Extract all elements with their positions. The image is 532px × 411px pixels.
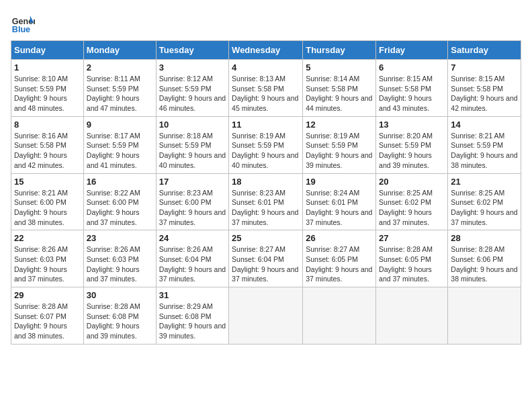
weekday-header-sunday: Sunday bbox=[11, 41, 84, 60]
calendar-day-8: 8 Sunrise: 8:16 AM Sunset: 5:58 PM Dayli… bbox=[11, 116, 84, 173]
calendar-empty-cell bbox=[303, 287, 376, 345]
day-number: 20 bbox=[379, 177, 445, 187]
day-number: 8 bbox=[14, 120, 81, 130]
day-number: 3 bbox=[159, 62, 226, 73]
day-info: Sunrise: 8:19 AM Sunset: 5:59 PM Dayligh… bbox=[306, 131, 373, 171]
day-number: 12 bbox=[306, 120, 373, 130]
day-number: 22 bbox=[14, 233, 81, 243]
calendar-day-26: 26 Sunrise: 8:27 AM Sunset: 6:05 PM Dayl… bbox=[303, 230, 376, 287]
day-info: Sunrise: 8:23 AM Sunset: 6:01 PM Dayligh… bbox=[232, 188, 300, 228]
calendar-day-14: 14 Sunrise: 8:21 AM Sunset: 5:59 PM Dayl… bbox=[448, 116, 521, 173]
day-info: Sunrise: 8:17 AM Sunset: 5:59 PM Dayligh… bbox=[87, 131, 153, 171]
calendar-empty-cell bbox=[376, 287, 448, 345]
day-info: Sunrise: 8:15 AM Sunset: 5:58 PM Dayligh… bbox=[379, 74, 445, 113]
day-info: Sunrise: 8:29 AM Sunset: 6:08 PM Dayligh… bbox=[159, 302, 226, 341]
day-info: Sunrise: 8:28 AM Sunset: 6:06 PM Dayligh… bbox=[451, 244, 518, 284]
day-number: 4 bbox=[232, 62, 300, 73]
day-info: Sunrise: 8:22 AM Sunset: 6:00 PM Dayligh… bbox=[87, 188, 153, 228]
calendar-day-20: 20 Sunrise: 8:25 AM Sunset: 6:02 PM Dayl… bbox=[376, 173, 448, 230]
weekday-header-friday: Friday bbox=[376, 41, 448, 60]
day-info: Sunrise: 8:26 AM Sunset: 6:03 PM Dayligh… bbox=[87, 244, 153, 284]
calendar-empty-cell bbox=[448, 287, 521, 345]
calendar-day-23: 23 Sunrise: 8:26 AM Sunset: 6:03 PM Dayl… bbox=[83, 230, 156, 287]
calendar-day-4: 4 Sunrise: 8:13 AM Sunset: 5:58 PM Dayli… bbox=[229, 60, 303, 117]
calendar-day-10: 10 Sunrise: 8:18 AM Sunset: 5:59 PM Dayl… bbox=[156, 116, 228, 173]
day-number: 23 bbox=[87, 233, 153, 243]
day-info: Sunrise: 8:21 AM Sunset: 6:00 PM Dayligh… bbox=[14, 188, 81, 228]
day-number: 2 bbox=[87, 62, 153, 73]
day-number: 28 bbox=[451, 233, 518, 243]
day-number: 17 bbox=[159, 177, 226, 187]
calendar-day-24: 24 Sunrise: 8:26 AM Sunset: 6:04 PM Dayl… bbox=[156, 230, 228, 287]
calendar-day-21: 21 Sunrise: 8:25 AM Sunset: 6:02 PM Dayl… bbox=[448, 173, 521, 230]
logo: General Blue bbox=[11, 11, 38, 35]
calendar-day-16: 16 Sunrise: 8:22 AM Sunset: 6:00 PM Dayl… bbox=[83, 173, 156, 230]
weekday-header-wednesday: Wednesday bbox=[229, 41, 303, 60]
day-number: 25 bbox=[232, 233, 300, 243]
calendar-day-6: 6 Sunrise: 8:15 AM Sunset: 5:58 PM Dayli… bbox=[376, 60, 448, 117]
day-info: Sunrise: 8:13 AM Sunset: 5:58 PM Dayligh… bbox=[232, 74, 300, 113]
weekday-header-tuesday: Tuesday bbox=[156, 41, 228, 60]
day-number: 26 bbox=[306, 233, 373, 243]
day-number: 19 bbox=[306, 177, 373, 187]
calendar-week-2: 8 Sunrise: 8:16 AM Sunset: 5:58 PM Dayli… bbox=[11, 116, 521, 173]
day-number: 10 bbox=[159, 120, 226, 130]
calendar-day-9: 9 Sunrise: 8:17 AM Sunset: 5:59 PM Dayli… bbox=[83, 116, 156, 173]
day-number: 1 bbox=[14, 62, 81, 73]
calendar-week-3: 15 Sunrise: 8:21 AM Sunset: 6:00 PM Dayl… bbox=[11, 173, 521, 230]
day-info: Sunrise: 8:24 AM Sunset: 6:01 PM Dayligh… bbox=[306, 188, 373, 228]
calendar-week-4: 22 Sunrise: 8:26 AM Sunset: 6:03 PM Dayl… bbox=[11, 230, 521, 287]
calendar-day-7: 7 Sunrise: 8:15 AM Sunset: 5:58 PM Dayli… bbox=[448, 60, 521, 117]
day-number: 21 bbox=[451, 177, 518, 187]
calendar-day-22: 22 Sunrise: 8:26 AM Sunset: 6:03 PM Dayl… bbox=[11, 230, 84, 287]
day-number: 24 bbox=[159, 233, 226, 243]
calendar-day-2: 2 Sunrise: 8:11 AM Sunset: 5:59 PM Dayli… bbox=[83, 60, 156, 117]
calendar-day-31: 31 Sunrise: 8:29 AM Sunset: 6:08 PM Dayl… bbox=[156, 287, 228, 345]
day-info: Sunrise: 8:27 AM Sunset: 6:05 PM Dayligh… bbox=[306, 244, 373, 284]
day-number: 29 bbox=[14, 290, 81, 300]
day-info: Sunrise: 8:28 AM Sunset: 6:05 PM Dayligh… bbox=[379, 244, 445, 284]
day-info: Sunrise: 8:27 AM Sunset: 6:04 PM Dayligh… bbox=[232, 244, 300, 284]
svg-text:Blue: Blue bbox=[12, 25, 30, 34]
day-number: 6 bbox=[379, 62, 445, 73]
calendar-day-29: 29 Sunrise: 8:28 AM Sunset: 6:07 PM Dayl… bbox=[11, 287, 84, 345]
day-number: 30 bbox=[87, 290, 153, 300]
calendar-day-27: 27 Sunrise: 8:28 AM Sunset: 6:05 PM Dayl… bbox=[376, 230, 448, 287]
day-number: 13 bbox=[379, 120, 445, 130]
calendar-day-15: 15 Sunrise: 8:21 AM Sunset: 6:00 PM Dayl… bbox=[11, 173, 84, 230]
calendar-day-12: 12 Sunrise: 8:19 AM Sunset: 5:59 PM Dayl… bbox=[303, 116, 376, 173]
calendar-day-19: 19 Sunrise: 8:24 AM Sunset: 6:01 PM Dayl… bbox=[303, 173, 376, 230]
day-info: Sunrise: 8:23 AM Sunset: 6:00 PM Dayligh… bbox=[159, 188, 226, 228]
day-info: Sunrise: 8:16 AM Sunset: 5:58 PM Dayligh… bbox=[14, 131, 81, 171]
day-info: Sunrise: 8:14 AM Sunset: 5:58 PM Dayligh… bbox=[306, 74, 373, 113]
calendar-day-28: 28 Sunrise: 8:28 AM Sunset: 6:06 PM Dayl… bbox=[448, 230, 521, 287]
day-number: 18 bbox=[232, 177, 300, 187]
day-number: 15 bbox=[14, 177, 81, 187]
day-number: 11 bbox=[232, 120, 300, 130]
calendar-day-11: 11 Sunrise: 8:19 AM Sunset: 5:59 PM Dayl… bbox=[229, 116, 303, 173]
calendar-day-25: 25 Sunrise: 8:27 AM Sunset: 6:04 PM Dayl… bbox=[229, 230, 303, 287]
day-number: 9 bbox=[87, 120, 153, 130]
weekday-header-thursday: Thursday bbox=[303, 41, 376, 60]
weekday-header-saturday: Saturday bbox=[448, 41, 521, 60]
calendar-week-1: 1 Sunrise: 8:10 AM Sunset: 5:59 PM Dayli… bbox=[11, 60, 521, 117]
day-number: 27 bbox=[379, 233, 445, 243]
calendar-table: SundayMondayTuesdayWednesdayThursdayFrid… bbox=[11, 40, 521, 345]
day-number: 14 bbox=[451, 120, 518, 130]
day-info: Sunrise: 8:21 AM Sunset: 5:59 PM Dayligh… bbox=[451, 131, 518, 171]
day-info: Sunrise: 8:10 AM Sunset: 5:59 PM Dayligh… bbox=[14, 74, 81, 113]
day-number: 5 bbox=[306, 62, 373, 73]
day-info: Sunrise: 8:20 AM Sunset: 5:59 PM Dayligh… bbox=[379, 131, 445, 171]
calendar-empty-cell bbox=[229, 287, 303, 345]
day-number: 7 bbox=[451, 62, 518, 73]
calendar-day-1: 1 Sunrise: 8:10 AM Sunset: 5:59 PM Dayli… bbox=[11, 60, 84, 117]
calendar-week-5: 29 Sunrise: 8:28 AM Sunset: 6:07 PM Dayl… bbox=[11, 287, 521, 345]
day-info: Sunrise: 8:26 AM Sunset: 6:03 PM Dayligh… bbox=[14, 244, 81, 284]
day-info: Sunrise: 8:25 AM Sunset: 6:02 PM Dayligh… bbox=[379, 188, 445, 228]
calendar-day-18: 18 Sunrise: 8:23 AM Sunset: 6:01 PM Dayl… bbox=[229, 173, 303, 230]
calendar-day-5: 5 Sunrise: 8:14 AM Sunset: 5:58 PM Dayli… bbox=[303, 60, 376, 117]
calendar-day-17: 17 Sunrise: 8:23 AM Sunset: 6:00 PM Dayl… bbox=[156, 173, 228, 230]
day-info: Sunrise: 8:25 AM Sunset: 6:02 PM Dayligh… bbox=[451, 188, 518, 228]
day-info: Sunrise: 8:19 AM Sunset: 5:59 PM Dayligh… bbox=[232, 131, 300, 171]
day-info: Sunrise: 8:12 AM Sunset: 5:59 PM Dayligh… bbox=[159, 74, 226, 113]
